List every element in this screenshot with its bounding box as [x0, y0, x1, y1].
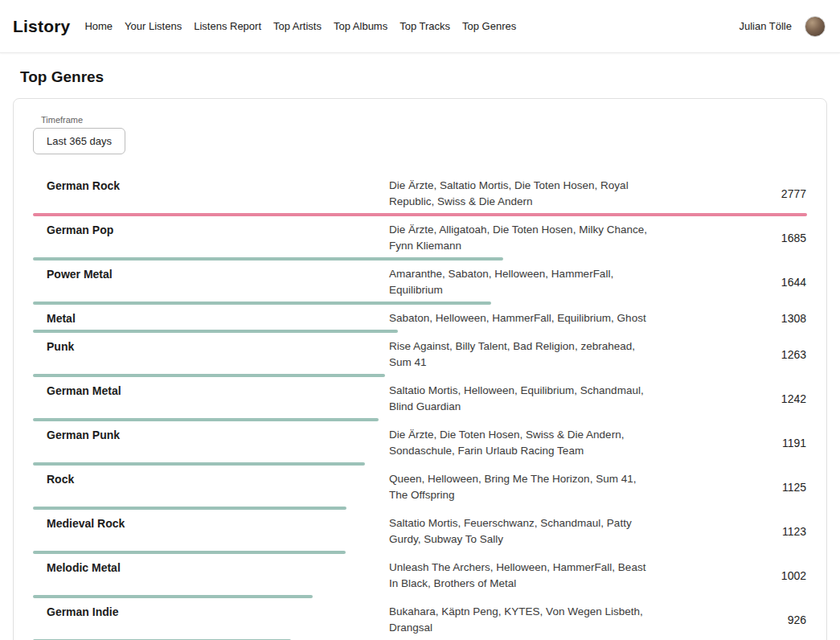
- genre-name: Punk: [33, 338, 389, 355]
- genre-name: Metal: [33, 310, 389, 326]
- genre-name: German Punk: [33, 427, 389, 443]
- genre-row: German RockDie Ärzte, Saltatio Mortis, D…: [33, 172, 807, 216]
- genre-name: Power Metal: [33, 266, 389, 282]
- genre-artists: Saltatio Mortis, Helloween, Equilibrium,…: [389, 383, 654, 415]
- genre-count: 1123: [654, 525, 807, 538]
- genre-count: 1191: [654, 437, 807, 449]
- nav-links: HomeYour ListensListens ReportTop Artist…: [84, 20, 516, 32]
- timeframe-select[interactable]: Last 365 days: [33, 128, 125, 154]
- genre-count: 1308: [654, 312, 807, 325]
- genre-rows: German RockDie Ärzte, Saltatio Mortis, D…: [33, 172, 807, 640]
- nav-link-top-albums[interactable]: Top Albums: [334, 20, 387, 32]
- genre-artists: Unleash The Archers, Helloween, HammerFa…: [389, 560, 654, 592]
- page-title: Top Genres: [20, 68, 827, 86]
- genre-name: Melodic Metal: [33, 560, 389, 576]
- genre-name: German Metal: [33, 383, 389, 399]
- genre-count: 1002: [654, 569, 807, 582]
- navbar: Listory HomeYour ListensListens ReportTo…: [0, 0, 840, 53]
- genre-row: German MetalSaltatio Mortis, Helloween, …: [33, 377, 807, 421]
- genre-artists: Queen, Helloween, Bring Me The Horizon, …: [389, 471, 654, 503]
- genre-row: Power MetalAmaranthe, Sabaton, Helloween…: [33, 261, 807, 305]
- user-avatar[interactable]: [805, 16, 826, 37]
- top-genres-card: Timeframe Last 365 days German RockDie Ä…: [13, 98, 827, 640]
- genre-row: Melodic MetalUnleash The Archers, Hellow…: [33, 554, 807, 598]
- genre-count: 1242: [654, 392, 807, 405]
- nav-link-top-genres[interactable]: Top Genres: [462, 20, 516, 32]
- main-content: Top Genres Timeframe Last 365 days Germa…: [0, 68, 840, 640]
- nav-link-listens-report[interactable]: Listens Report: [194, 20, 261, 32]
- genre-row: German IndieBukahara, Käptn Peng, KYTES,…: [33, 598, 807, 640]
- genre-row: German PunkDie Ärzte, Die Toten Hosen, S…: [33, 421, 807, 466]
- genre-name: German Rock: [33, 178, 389, 194]
- genre-name: German Indie: [33, 604, 389, 620]
- genre-artists: Die Ärzte, Alligatoah, Die Toten Hosen, …: [389, 222, 654, 254]
- nav-link-top-artists[interactable]: Top Artists: [273, 20, 322, 32]
- nav-link-top-tracks[interactable]: Top Tracks: [400, 20, 450, 32]
- genre-count: 1644: [654, 276, 807, 289]
- genre-row: MetalSabaton, Helloween, HammerFall, Equ…: [33, 305, 807, 333]
- genre-count: 1125: [654, 481, 807, 494]
- genre-artists: Amaranthe, Sabaton, Helloween, HammerFal…: [389, 266, 654, 298]
- genre-artists: Die Ärzte, Die Toten Hosen, Swiss & Die …: [389, 427, 654, 459]
- genre-row: RockQueen, Helloween, Bring Me The Horiz…: [33, 466, 807, 510]
- genre-artists: Sabaton, Helloween, HammerFall, Equilibr…: [389, 310, 654, 326]
- genre-name: German Pop: [33, 222, 389, 238]
- genre-count: 1263: [654, 348, 807, 361]
- genre-row: German PopDie Ärzte, Alligatoah, Die Tot…: [33, 216, 807, 261]
- timeframe-label: Timeframe: [41, 115, 807, 125]
- user-name[interactable]: Julian Tölle: [739, 20, 792, 32]
- genre-row: Medieval RockSaltatio Mortis, Feuerschwa…: [33, 510, 807, 554]
- genre-count: 2777: [654, 187, 807, 200]
- nav-link-home[interactable]: Home: [84, 20, 113, 32]
- genre-count: 926: [654, 613, 807, 626]
- app-logo[interactable]: Listory: [13, 17, 70, 36]
- genre-name: Medieval Rock: [33, 515, 389, 531]
- genre-artists: Rise Against, Billy Talent, Bad Religion…: [389, 338, 654, 371]
- genre-row: PunkRise Against, Billy Talent, Bad Reli…: [33, 333, 807, 377]
- genre-artists: Saltatio Mortis, Feuerschwanz, Schandmau…: [389, 515, 654, 548]
- genre-count: 1685: [654, 232, 807, 244]
- genre-name: Rock: [33, 471, 389, 487]
- genre-artists: Die Ärzte, Saltatio Mortis, Die Toten Ho…: [389, 178, 654, 210]
- nav-link-your-listens[interactable]: Your Listens: [125, 20, 182, 32]
- genre-artists: Bukahara, Käptn Peng, KYTES, Von Wegen L…: [389, 604, 654, 636]
